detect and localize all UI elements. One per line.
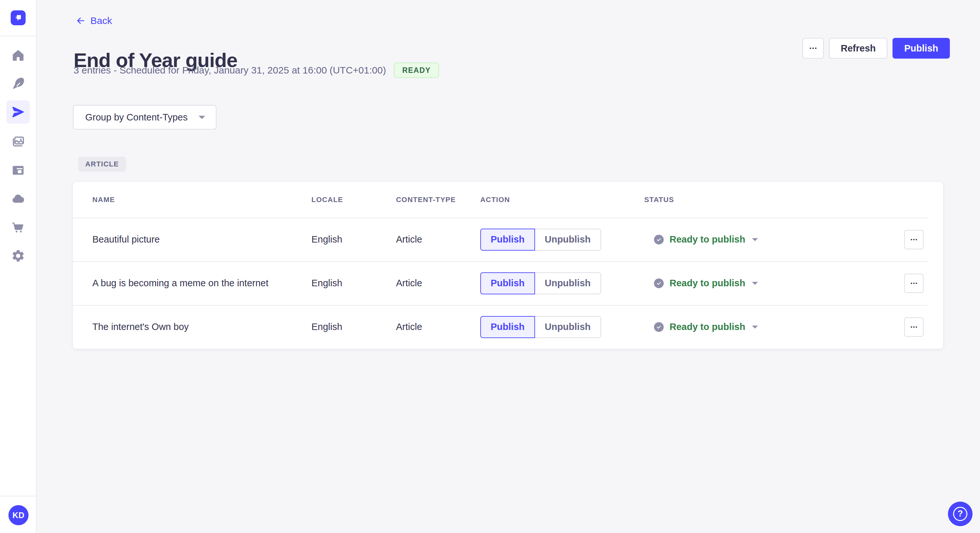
table-header-row: NAME LOCALE CONTENT-TYPE ACTION STATUS: [73, 182, 943, 217]
more-horizontal-icon: [910, 323, 918, 331]
entry-name: The internet's Own boy: [92, 322, 312, 332]
entry-content-type: Article: [396, 234, 480, 245]
column-header-status: STATUS: [644, 195, 885, 204]
release-entries-table: NAME LOCALE CONTENT-TYPE ACTION STATUS B…: [73, 182, 943, 349]
cloud-icon: [11, 192, 25, 206]
row-more-button[interactable]: [904, 274, 924, 293]
home-icon: [11, 48, 25, 62]
media-library-icon: [11, 134, 25, 149]
sidebar-item-deploy[interactable]: [6, 187, 30, 211]
unpublish-toggle-button[interactable]: Unpublish: [535, 228, 601, 251]
status-dropdown[interactable]: Ready to publish: [644, 322, 885, 332]
entry-name: A bug is becoming a meme on the internet: [92, 278, 312, 289]
status-text: Ready to publish: [670, 322, 745, 332]
entry-content-type: Article: [396, 278, 480, 289]
sidebar-item-content-manager[interactable]: [6, 72, 30, 95]
publish-toggle-button[interactable]: Publish: [480, 272, 535, 294]
sidebar-item-marketplace[interactable]: [6, 215, 30, 239]
publish-release-button[interactable]: Publish: [892, 38, 950, 59]
chevron-down-icon: [198, 115, 206, 120]
gear-icon: [11, 249, 25, 263]
content-type-group-badge: ARTICLE: [78, 157, 126, 171]
more-horizontal-icon: [910, 279, 918, 287]
status-dropdown[interactable]: Ready to publish: [644, 234, 885, 245]
entry-content-type: Article: [396, 322, 480, 332]
row-more-button[interactable]: [904, 230, 924, 249]
chevron-down-icon: [751, 237, 759, 242]
column-header-action: ACTION: [480, 195, 644, 204]
refresh-button[interactable]: Refresh: [829, 38, 887, 59]
more-horizontal-icon: [808, 44, 818, 53]
check-circle-icon: [654, 322, 664, 332]
sidebar-item-releases[interactable]: [6, 100, 30, 124]
entry-locale: English: [312, 322, 396, 332]
unpublish-toggle-button[interactable]: Unpublish: [535, 272, 601, 294]
group-by-select[interactable]: Group by Content-Types: [73, 105, 216, 130]
table-row: Beautiful picture English Article Publis…: [73, 217, 943, 261]
column-header-content-type: CONTENT-TYPE: [396, 195, 480, 204]
feather-icon: [11, 76, 25, 90]
strapi-logo-icon: [13, 13, 23, 23]
status-dropdown[interactable]: Ready to publish: [644, 278, 885, 289]
table-row: The internet's Own boy English Article P…: [73, 305, 943, 349]
sidebar-item-settings[interactable]: [6, 244, 30, 268]
chevron-down-icon: [751, 281, 759, 286]
layout-icon: [11, 163, 25, 178]
column-header-name: NAME: [92, 195, 312, 204]
sidebar: KD: [0, 0, 37, 533]
sidebar-item-content-type-builder[interactable]: [6, 159, 30, 182]
more-horizontal-icon: [910, 235, 918, 244]
divider: [0, 36, 36, 36]
publish-toggle-button[interactable]: Publish: [480, 316, 535, 338]
release-details-page: KD Back End of Year guide 3 entries - Sc…: [0, 0, 980, 533]
more-options-button[interactable]: [802, 38, 824, 59]
user-avatar[interactable]: KD: [8, 505, 29, 525]
divider: [0, 496, 36, 497]
unpublish-toggle-button[interactable]: Unpublish: [535, 316, 601, 338]
chevron-down-icon: [751, 325, 759, 329]
back-label: Back: [91, 15, 112, 26]
sidebar-item-home[interactable]: [6, 44, 30, 67]
table-row: A bug is becoming a meme on the internet…: [73, 261, 943, 305]
status-text: Ready to publish: [670, 234, 745, 245]
entry-locale: English: [312, 234, 396, 245]
action-toggle: Publish Unpublish: [480, 316, 644, 338]
help-button[interactable]: ?: [948, 501, 972, 526]
release-subtitle: 3 entries - Scheduled for Friday, Januar…: [73, 65, 386, 76]
header-actions: Refresh Publish: [802, 38, 950, 59]
group-by-label: Group by Content-Types: [85, 112, 188, 123]
status-text: Ready to publish: [670, 278, 745, 289]
check-circle-icon: [654, 279, 664, 288]
publish-toggle-button[interactable]: Publish: [480, 228, 535, 251]
paper-plane-icon: [11, 105, 25, 119]
action-toggle: Publish Unpublish: [480, 272, 644, 294]
sidebar-item-media-library[interactable]: [6, 130, 30, 153]
strapi-logo[interactable]: [11, 10, 25, 25]
release-status-badge: READY: [394, 62, 439, 78]
question-mark-icon: ?: [953, 507, 967, 521]
row-more-button[interactable]: [904, 317, 924, 337]
cart-icon: [11, 220, 25, 234]
entry-name: Beautiful picture: [92, 234, 312, 245]
check-circle-icon: [654, 235, 664, 244]
column-header-locale: LOCALE: [312, 195, 396, 204]
entry-locale: English: [312, 278, 396, 289]
back-link[interactable]: Back: [75, 15, 112, 26]
user-initials: KD: [12, 511, 24, 520]
release-meta: 3 entries - Scheduled for Friday, Januar…: [73, 62, 439, 78]
back-arrow-icon: [75, 16, 86, 26]
action-toggle: Publish Unpublish: [480, 228, 644, 251]
